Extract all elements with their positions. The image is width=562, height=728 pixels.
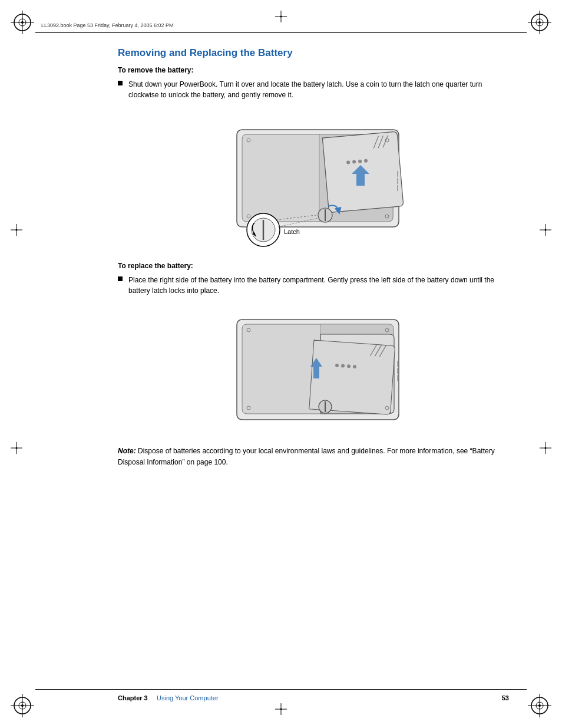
latch-label: Latch: [284, 228, 300, 235]
svg-point-14: [21, 704, 24, 707]
footer-page-number: 53: [502, 694, 509, 701]
svg-point-22: [16, 229, 18, 231]
remove-heading: To remove the battery:: [118, 66, 509, 74]
corner-mark-bl: [11, 694, 34, 717]
footer-chapter: Chapter 3 Using Your Computer: [118, 694, 219, 701]
chapter-label: Chapter 3: [118, 694, 148, 701]
svg-point-34: [280, 16, 282, 18]
replace-heading: To replace the battery:: [118, 262, 509, 270]
powerbook-remove-svg: [210, 112, 416, 248]
powerbook-replace-wrapper: [219, 308, 408, 434]
note-label: Note:: [118, 447, 136, 455]
main-content: Removing and Replacing the Battery To re…: [118, 47, 509, 468]
side-mark-right-mid: [540, 442, 551, 456]
replace-illustration: [118, 308, 509, 434]
section-title: Removing and Replacing the Battery: [118, 47, 509, 59]
powerbook-replace-svg: [219, 308, 408, 431]
remove-bullet: Shut down your PowerBook. Turn it over a…: [118, 79, 509, 100]
top-center-mark: [275, 11, 287, 25]
note-section: Note: Dispose of batteries according to …: [118, 446, 509, 468]
svg-point-9: [538, 21, 541, 24]
side-mark-left-mid: [11, 442, 22, 456]
svg-point-31: [545, 447, 547, 449]
replace-text: Place the right side of the battery into…: [128, 275, 509, 296]
svg-point-19: [538, 704, 541, 707]
header-line: [35, 32, 527, 33]
header-file-info: LL3092.book Page 53 Friday, February 4, …: [41, 22, 173, 28]
powerbook-remove-wrapper: Latch: [210, 112, 416, 250]
remove-illustration: Latch: [118, 112, 509, 250]
corner-mark-tl: [11, 11, 34, 34]
note-text: Dispose of batteries according to your l…: [118, 447, 495, 466]
footer-line: [35, 689, 527, 690]
svg-point-25: [16, 447, 18, 449]
side-mark-right-top: [540, 224, 551, 238]
corner-mark-br: [528, 694, 551, 717]
svg-point-28: [545, 229, 547, 231]
bullet-icon-2: [118, 276, 123, 281]
remove-text: Shut down your PowerBook. Turn it over a…: [128, 79, 509, 100]
replace-bullet: Place the right side of the battery into…: [118, 275, 509, 296]
chapter-link: Using Your Computer: [157, 694, 219, 701]
bullet-icon: [118, 81, 123, 85]
bottom-center-mark: [275, 703, 287, 717]
corner-mark-tr: [528, 11, 551, 34]
svg-point-75: [280, 709, 282, 710]
svg-point-4: [21, 21, 24, 24]
side-mark-left-top: [11, 224, 22, 238]
